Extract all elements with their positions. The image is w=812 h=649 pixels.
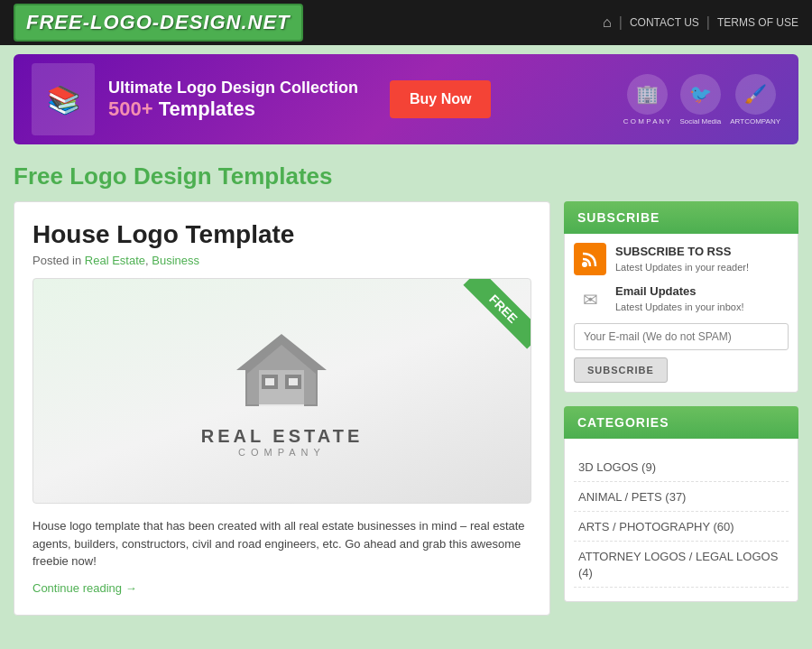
email-sub: Latest Updates in your inbox! xyxy=(615,301,743,312)
subscribe-box: SUBSCRIBE SUBSCRIBE TO RSS Latest Update… xyxy=(564,201,798,393)
subscribe-content: SUBSCRIBE TO RSS Latest Updates in your … xyxy=(564,234,798,393)
post-title: House Logo Template xyxy=(32,220,531,249)
main-layout: House Logo Template Posted in Real Estat… xyxy=(0,201,812,629)
sample-label-2: Social Media xyxy=(679,117,721,125)
post-meta: Posted in Real Estate, Business xyxy=(32,254,531,267)
post-excerpt: House logo template that has been create… xyxy=(32,517,531,570)
banner-subheading: 500+ Templates xyxy=(108,97,358,121)
category-link-business[interactable]: Business xyxy=(152,254,199,267)
banner-count: 500+ xyxy=(108,97,153,120)
page-title: Free Logo Design Templates xyxy=(0,153,812,201)
list-item: 3D LOGOS (9) xyxy=(574,452,789,482)
logo-text: FREE-LOGO-DESIGN.NET xyxy=(26,11,291,33)
promo-banner: 📚 Ultimate Logo Design Collection 500+ T… xyxy=(14,54,798,144)
categories-header: CATEGORIES xyxy=(564,406,798,439)
sample-label-3: ARTCOMPANY xyxy=(730,117,780,125)
company-sub: COMPANY xyxy=(201,447,364,458)
list-item: ATTORNEY LOGOS / LEGAL LOGOS (4) xyxy=(574,542,789,588)
categories-box: CATEGORIES 3D LOGOS (9) ANIMAL / PETS (3… xyxy=(564,406,798,602)
post-image: FREE xyxy=(32,278,531,504)
sample-logo-2: 🐦 Social Media xyxy=(679,74,721,125)
content-area: House Logo Template Posted in Real Estat… xyxy=(14,201,550,616)
banner-heading: Ultimate Logo Design Collection xyxy=(108,79,358,97)
nav-separator-2: | xyxy=(706,14,710,31)
rss-row: SUBSCRIBE TO RSS Latest Updates in your … xyxy=(574,243,789,275)
rss-text: SUBSCRIBE TO RSS Latest Updates in your … xyxy=(615,245,749,274)
posted-in-label: Posted in xyxy=(32,254,81,267)
company-name: REAL ESTATE xyxy=(201,426,364,447)
sample-logo-1: 🏢 C O M P A N Y xyxy=(623,74,671,125)
email-row: ✉ Email Updates Latest Updates in your i… xyxy=(574,284,789,314)
site-header: FREE-LOGO-DESIGN.NET ⌂ | CONTACT US | TE… xyxy=(0,0,812,45)
banner-figure: 📚 xyxy=(32,63,95,135)
rss-title: SUBSCRIBE TO RSS xyxy=(615,245,749,258)
header-nav: ⌂ | CONTACT US | TERMS OF USE xyxy=(603,14,798,31)
email-title: Email Updates xyxy=(615,284,743,298)
free-ribbon-label: FREE xyxy=(463,279,531,349)
read-more-link[interactable]: Continue reading → xyxy=(32,581,137,595)
banner-left: 📚 Ultimate Logo Design Collection 500+ T… xyxy=(32,63,623,135)
sidebar: SUBSCRIBE SUBSCRIBE TO RSS Latest Update… xyxy=(564,201,798,616)
sample-circle-2: 🐦 xyxy=(680,74,721,115)
list-item: ANIMAL / PETS (37) xyxy=(574,482,789,512)
terms-link[interactable]: TERMS OF USE xyxy=(717,16,798,29)
house-svg xyxy=(201,325,364,419)
category-animal-pets[interactable]: ANIMAL / PETS (37) xyxy=(578,490,686,504)
list-item: ARTS / PHOTOGRAPHY (60) xyxy=(574,512,789,542)
sample-circle-1: 🏢 xyxy=(627,74,668,115)
category-list: 3D LOGOS (9) ANIMAL / PETS (37) ARTS / P… xyxy=(574,448,789,592)
category-attorney-logos[interactable]: ATTORNEY LOGOS / LEGAL LOGOS (4) xyxy=(578,550,778,579)
sample-logo-3: 🖌️ ARTCOMPANY xyxy=(730,74,780,125)
subscribe-header: SUBSCRIBE xyxy=(564,201,798,234)
rss-sub: Latest Updates in your reader! xyxy=(615,262,749,273)
category-link-real-estate[interactable]: Real Estate xyxy=(85,254,145,267)
email-input[interactable] xyxy=(574,323,789,350)
banner-wrap: 📚 Ultimate Logo Design Collection 500+ T… xyxy=(0,45,812,153)
rss-icon xyxy=(574,243,606,275)
email-icon: ✉ xyxy=(574,289,606,311)
subscribe-button[interactable]: SUBSCRIBE xyxy=(574,357,668,383)
category-3d-logos[interactable]: 3D LOGOS (9) xyxy=(578,460,656,474)
contact-link[interactable]: CONTACT US xyxy=(630,16,699,29)
banner-label: Templates xyxy=(153,97,255,120)
sample-circle-3: 🖌️ xyxy=(735,74,776,115)
banner-text: Ultimate Logo Design Collection 500+ Tem… xyxy=(108,79,358,121)
email-text: Email Updates Latest Updates in your inb… xyxy=(615,284,743,314)
svg-rect-5 xyxy=(265,378,274,385)
site-logo[interactable]: FREE-LOGO-DESIGN.NET xyxy=(14,4,303,42)
book-icon: 📚 xyxy=(47,84,80,116)
home-icon[interactable]: ⌂ xyxy=(603,14,612,31)
house-logo: REAL ESTATE COMPANY xyxy=(201,325,364,458)
free-ribbon: FREE xyxy=(449,279,531,360)
buy-button[interactable]: Buy Now xyxy=(390,80,491,118)
svg-point-7 xyxy=(582,262,587,267)
banner-right: 🏢 C O M P A N Y 🐦 Social Media 🖌️ ARTCOM… xyxy=(623,74,780,125)
svg-rect-6 xyxy=(289,378,298,385)
sample-label-1: C O M P A N Y xyxy=(623,117,671,125)
category-arts-photography[interactable]: ARTS / PHOTOGRAPHY (60) xyxy=(578,520,734,533)
categories-content: 3D LOGOS (9) ANIMAL / PETS (37) ARTS / P… xyxy=(564,439,798,602)
nav-separator: | xyxy=(619,14,623,31)
